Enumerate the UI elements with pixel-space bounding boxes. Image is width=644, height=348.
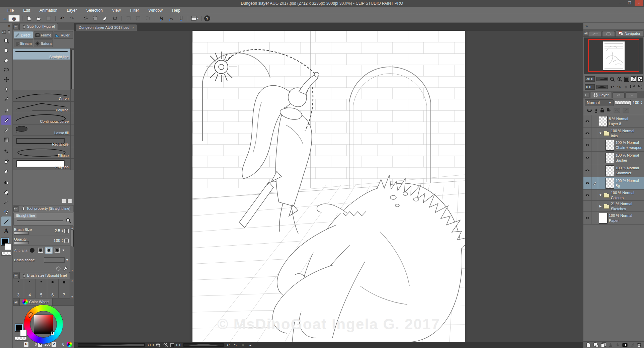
layer-opacity-slider[interactable]	[615, 101, 631, 105]
close-button[interactable]: ×	[635, 0, 643, 6]
visibility-cell[interactable]	[583, 212, 591, 224]
layer-opacity-value[interactable]: 100	[633, 100, 639, 105]
brush-size-dynamics-box[interactable]	[64, 229, 69, 233]
duplicate-layer-icon[interactable]	[601, 342, 606, 347]
visibility-cell[interactable]	[583, 164, 591, 177]
panel-menu-icon[interactable]: ▸≡	[13, 300, 19, 305]
sub-view-tab[interactable]	[602, 31, 615, 36]
visibility-cell[interactable]	[583, 190, 591, 200]
anti-aliasing-weak[interactable]	[37, 247, 44, 254]
collapse-statusbar-icon[interactable]: ◂	[248, 343, 253, 347]
collapsed-arrow-icon[interactable]: ▶	[599, 204, 602, 208]
expand-arrow-icon[interactable]: ▼	[599, 193, 602, 197]
tool-property-scrollbar[interactable]: ▲ ▼	[70, 226, 74, 272]
visibility-cell[interactable]	[583, 177, 591, 189]
nav-actual-size-icon[interactable]	[637, 76, 643, 82]
canvas-viewport[interactable]: © MsDinoGoat Ingela G. 2017	[74, 31, 583, 342]
figure-tool[interactable]	[1, 216, 11, 226]
subtool-item-polyline[interactable]: Polyline	[13, 102, 70, 113]
snap-special-ruler-button[interactable]	[167, 15, 176, 22]
nav-flip-vertical-icon[interactable]	[637, 84, 643, 90]
selection-launcher-button[interactable]	[144, 15, 152, 22]
correct-line-tool[interactable]	[1, 207, 11, 216]
canvas-document[interactable]: © MsDinoGoat Ingela G. 2017	[192, 31, 465, 342]
menu-selection[interactable]: Selection	[81, 7, 107, 13]
brush-size-7[interactable]: 7	[59, 279, 70, 298]
expand-panels-icon[interactable]: »	[583, 23, 644, 29]
menu-window[interactable]: Window	[144, 7, 167, 13]
close-tab-icon[interactable]: ×	[132, 26, 134, 29]
quick-access-tab[interactable]	[589, 31, 601, 36]
subtool-group-saturated[interactable]: Satura	[34, 39, 53, 47]
panel-menu-icon[interactable]: ▸≡	[584, 93, 589, 97]
zoom-tool[interactable]	[1, 36, 11, 46]
brush-size-5[interactable]: 5	[35, 279, 47, 298]
delete-layer-icon[interactable]	[637, 342, 641, 347]
layer-row-bg-selected[interactable]: 100 % NormalBg	[583, 177, 644, 190]
zoom-out-icon[interactable]	[156, 343, 161, 347]
menu-layer[interactable]: Layer	[62, 7, 81, 13]
color-wheel-tab[interactable]: Color Wheel	[19, 298, 53, 306]
subtool-item-curve[interactable]: Curve	[13, 90, 70, 102]
transparent-color-swatch[interactable]	[15, 337, 27, 341]
menu-help[interactable]: Help	[167, 7, 185, 13]
nav-zoom-out-icon[interactable]	[610, 76, 615, 82]
rotation-slider[interactable]	[183, 343, 224, 347]
panel-menu-icon[interactable]: ▸≡	[2, 30, 6, 34]
menu-file[interactable]: File	[3, 7, 18, 13]
menu-view[interactable]: View	[107, 7, 126, 13]
brush-shape-dropdown-icon[interactable]: ▼	[66, 258, 69, 262]
anti-aliasing-strong[interactable]	[54, 247, 61, 254]
minimize-button[interactable]: –	[616, 0, 625, 6]
nav-rotate-cw-icon[interactable]: ↷	[616, 84, 622, 90]
new-layer-icon[interactable]	[586, 342, 591, 347]
crop-button[interactable]	[124, 15, 133, 22]
new-folder-icon[interactable]	[593, 342, 598, 347]
layer-search-tab[interactable]	[625, 92, 637, 98]
nav-reset-rotation-icon[interactable]: ✳	[623, 84, 629, 90]
decoration-tool[interactable]	[1, 147, 11, 156]
sub-color-swatch[interactable]	[20, 330, 27, 337]
reference-layer-icon[interactable]	[594, 108, 598, 114]
nav-fit-screen-icon[interactable]	[631, 76, 636, 82]
menu-edit[interactable]: Edit	[18, 7, 35, 13]
transform-button[interactable]	[110, 15, 119, 22]
navigator-tab[interactable]: Navigator	[616, 30, 643, 36]
nav-rotate-ccw-icon[interactable]: ↶	[609, 84, 615, 90]
move-canvas-tool[interactable]	[1, 46, 11, 55]
layer-row-shambler[interactable]: 100 % NormalShambler	[583, 164, 644, 177]
transparent-color-swatch[interactable]	[1, 252, 11, 256]
reset-settings-icon[interactable]	[56, 266, 61, 271]
layer-opacity-spinner[interactable]: ▲▼	[641, 101, 643, 104]
brush-size-spinner[interactable]: ▲▼	[61, 229, 63, 233]
subtool-item-straight-line[interactable]: Straight line	[13, 49, 70, 60]
document-tab[interactable]: Dungeon slayer AUG 2017.psd ×	[76, 24, 137, 31]
subtool-group-ruler[interactable]: Ruler	[54, 31, 73, 39]
layer-row-paper[interactable]: 100 % NormalPaper	[583, 212, 644, 225]
csp-logo-button[interactable]: ◎	[8, 15, 20, 22]
auto-select-tool[interactable]	[1, 84, 11, 94]
pencil-tool[interactable]	[1, 115, 11, 125]
subtool-scrollbar[interactable]	[70, 49, 74, 90]
brush-size-3[interactable]: 3	[13, 279, 24, 298]
blend-mode-select[interactable]: Normal ▼	[585, 99, 614, 106]
brush-shape-preview[interactable]	[44, 257, 65, 263]
rotate-cw-icon[interactable]: ↷	[233, 343, 238, 347]
deselect-button[interactable]	[81, 15, 90, 22]
zoom-slider[interactable]	[78, 343, 145, 347]
anti-aliasing-middle[interactable]	[45, 247, 53, 254]
text-tool[interactable]: A	[1, 226, 11, 236]
navigator-zoom-value[interactable]: 30.0	[585, 76, 595, 82]
layer-row-sasher[interactable]: 100 % NormalSasher	[583, 152, 644, 164]
selection-lasso-tool[interactable]	[1, 65, 11, 75]
rotate-ccw-icon[interactable]: ↶	[226, 343, 231, 347]
saturation-value-square[interactable]	[34, 315, 53, 334]
navigator-rotation-value[interactable]: 0.0	[585, 84, 595, 90]
hue-key[interactable]: H	[24, 342, 28, 347]
subtool-item-continuous-curve[interactable]: Continuous curve	[13, 113, 70, 124]
panel-menu-icon[interactable]: ▸≡	[13, 24, 19, 29]
sub-color-swatch[interactable]	[5, 243, 11, 250]
color-wheel-mode-icon[interactable]	[67, 342, 72, 347]
fill-area-button[interactable]	[134, 15, 143, 22]
open-file-button[interactable]	[34, 15, 43, 22]
